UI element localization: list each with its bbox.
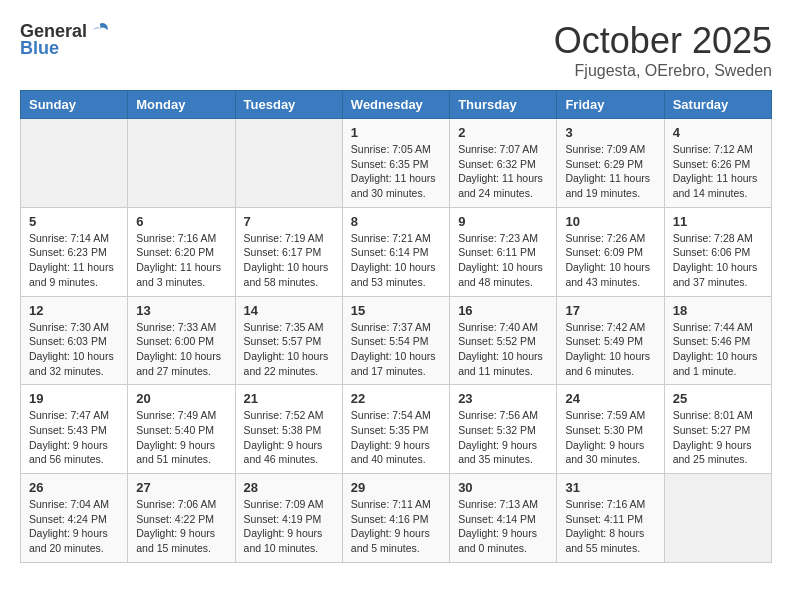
weekday-header: Friday [557, 91, 664, 119]
day-number: 21 [244, 391, 334, 406]
calendar-week-row: 26Sunrise: 7:04 AM Sunset: 4:24 PM Dayli… [21, 474, 772, 563]
day-number: 26 [29, 480, 119, 495]
calendar-day-cell: 6Sunrise: 7:16 AM Sunset: 6:20 PM Daylig… [128, 207, 235, 296]
weekday-header: Sunday [21, 91, 128, 119]
calendar-day-cell: 7Sunrise: 7:19 AM Sunset: 6:17 PM Daylig… [235, 207, 342, 296]
calendar-day-cell: 8Sunrise: 7:21 AM Sunset: 6:14 PM Daylig… [342, 207, 449, 296]
day-number: 17 [565, 303, 655, 318]
day-number: 20 [136, 391, 226, 406]
calendar-header-row: SundayMondayTuesdayWednesdayThursdayFrid… [21, 91, 772, 119]
calendar-day-cell: 12Sunrise: 7:30 AM Sunset: 6:03 PM Dayli… [21, 296, 128, 385]
calendar-day-cell: 10Sunrise: 7:26 AM Sunset: 6:09 PM Dayli… [557, 207, 664, 296]
day-info: Sunrise: 7:40 AM Sunset: 5:52 PM Dayligh… [458, 320, 548, 379]
calendar-day-cell [235, 119, 342, 208]
day-number: 9 [458, 214, 548, 229]
day-info: Sunrise: 7:12 AM Sunset: 6:26 PM Dayligh… [673, 142, 763, 201]
calendar-day-cell: 25Sunrise: 8:01 AM Sunset: 5:27 PM Dayli… [664, 385, 771, 474]
calendar-day-cell: 13Sunrise: 7:33 AM Sunset: 6:00 PM Dayli… [128, 296, 235, 385]
day-number: 29 [351, 480, 441, 495]
calendar-day-cell: 19Sunrise: 7:47 AM Sunset: 5:43 PM Dayli… [21, 385, 128, 474]
calendar-day-cell: 18Sunrise: 7:44 AM Sunset: 5:46 PM Dayli… [664, 296, 771, 385]
day-info: Sunrise: 7:23 AM Sunset: 6:11 PM Dayligh… [458, 231, 548, 290]
calendar-day-cell [21, 119, 128, 208]
day-number: 28 [244, 480, 334, 495]
calendar-week-row: 5Sunrise: 7:14 AM Sunset: 6:23 PM Daylig… [21, 207, 772, 296]
weekday-header: Wednesday [342, 91, 449, 119]
calendar-day-cell: 30Sunrise: 7:13 AM Sunset: 4:14 PM Dayli… [450, 474, 557, 563]
day-info: Sunrise: 7:21 AM Sunset: 6:14 PM Dayligh… [351, 231, 441, 290]
calendar-day-cell: 11Sunrise: 7:28 AM Sunset: 6:06 PM Dayli… [664, 207, 771, 296]
calendar-day-cell: 16Sunrise: 7:40 AM Sunset: 5:52 PM Dayli… [450, 296, 557, 385]
calendar-day-cell: 5Sunrise: 7:14 AM Sunset: 6:23 PM Daylig… [21, 207, 128, 296]
day-number: 24 [565, 391, 655, 406]
day-number: 18 [673, 303, 763, 318]
day-number: 16 [458, 303, 548, 318]
calendar-day-cell: 15Sunrise: 7:37 AM Sunset: 5:54 PM Dayli… [342, 296, 449, 385]
calendar-day-cell: 21Sunrise: 7:52 AM Sunset: 5:38 PM Dayli… [235, 385, 342, 474]
location-title: Fjugesta, OErebro, Sweden [554, 62, 772, 80]
day-number: 31 [565, 480, 655, 495]
calendar-week-row: 12Sunrise: 7:30 AM Sunset: 6:03 PM Dayli… [21, 296, 772, 385]
calendar-table: SundayMondayTuesdayWednesdayThursdayFrid… [20, 90, 772, 563]
calendar-day-cell: 27Sunrise: 7:06 AM Sunset: 4:22 PM Dayli… [128, 474, 235, 563]
logo-bird-icon [89, 20, 111, 42]
calendar-day-cell: 28Sunrise: 7:09 AM Sunset: 4:19 PM Dayli… [235, 474, 342, 563]
day-number: 5 [29, 214, 119, 229]
calendar-day-cell: 14Sunrise: 7:35 AM Sunset: 5:57 PM Dayli… [235, 296, 342, 385]
day-number: 7 [244, 214, 334, 229]
calendar-day-cell: 20Sunrise: 7:49 AM Sunset: 5:40 PM Dayli… [128, 385, 235, 474]
day-info: Sunrise: 7:13 AM Sunset: 4:14 PM Dayligh… [458, 497, 548, 556]
day-info: Sunrise: 7:37 AM Sunset: 5:54 PM Dayligh… [351, 320, 441, 379]
day-info: Sunrise: 7:11 AM Sunset: 4:16 PM Dayligh… [351, 497, 441, 556]
month-title: October 2025 [554, 20, 772, 62]
day-info: Sunrise: 7:26 AM Sunset: 6:09 PM Dayligh… [565, 231, 655, 290]
weekday-header: Tuesday [235, 91, 342, 119]
day-info: Sunrise: 7:09 AM Sunset: 6:29 PM Dayligh… [565, 142, 655, 201]
logo-blue: Blue [20, 38, 59, 59]
day-info: Sunrise: 7:07 AM Sunset: 6:32 PM Dayligh… [458, 142, 548, 201]
logo: General Blue [20, 20, 113, 59]
day-info: Sunrise: 7:33 AM Sunset: 6:00 PM Dayligh… [136, 320, 226, 379]
day-number: 6 [136, 214, 226, 229]
day-info: Sunrise: 7:49 AM Sunset: 5:40 PM Dayligh… [136, 408, 226, 467]
calendar-day-cell: 31Sunrise: 7:16 AM Sunset: 4:11 PM Dayli… [557, 474, 664, 563]
calendar-day-cell: 24Sunrise: 7:59 AM Sunset: 5:30 PM Dayli… [557, 385, 664, 474]
day-info: Sunrise: 7:09 AM Sunset: 4:19 PM Dayligh… [244, 497, 334, 556]
day-info: Sunrise: 7:14 AM Sunset: 6:23 PM Dayligh… [29, 231, 119, 290]
day-number: 10 [565, 214, 655, 229]
day-info: Sunrise: 8:01 AM Sunset: 5:27 PM Dayligh… [673, 408, 763, 467]
calendar-day-cell: 3Sunrise: 7:09 AM Sunset: 6:29 PM Daylig… [557, 119, 664, 208]
page-header: General Blue October 2025 Fjugesta, OEre… [20, 20, 772, 80]
day-number: 1 [351, 125, 441, 140]
calendar-day-cell: 1Sunrise: 7:05 AM Sunset: 6:35 PM Daylig… [342, 119, 449, 208]
day-number: 4 [673, 125, 763, 140]
day-number: 2 [458, 125, 548, 140]
day-info: Sunrise: 7:05 AM Sunset: 6:35 PM Dayligh… [351, 142, 441, 201]
day-info: Sunrise: 7:35 AM Sunset: 5:57 PM Dayligh… [244, 320, 334, 379]
day-info: Sunrise: 7:30 AM Sunset: 6:03 PM Dayligh… [29, 320, 119, 379]
day-info: Sunrise: 7:54 AM Sunset: 5:35 PM Dayligh… [351, 408, 441, 467]
day-number: 30 [458, 480, 548, 495]
calendar-day-cell: 22Sunrise: 7:54 AM Sunset: 5:35 PM Dayli… [342, 385, 449, 474]
day-info: Sunrise: 7:52 AM Sunset: 5:38 PM Dayligh… [244, 408, 334, 467]
day-number: 12 [29, 303, 119, 318]
calendar-day-cell: 17Sunrise: 7:42 AM Sunset: 5:49 PM Dayli… [557, 296, 664, 385]
day-number: 23 [458, 391, 548, 406]
calendar-day-cell: 9Sunrise: 7:23 AM Sunset: 6:11 PM Daylig… [450, 207, 557, 296]
day-number: 8 [351, 214, 441, 229]
day-info: Sunrise: 7:59 AM Sunset: 5:30 PM Dayligh… [565, 408, 655, 467]
calendar-day-cell: 4Sunrise: 7:12 AM Sunset: 6:26 PM Daylig… [664, 119, 771, 208]
day-info: Sunrise: 7:04 AM Sunset: 4:24 PM Dayligh… [29, 497, 119, 556]
day-number: 14 [244, 303, 334, 318]
day-number: 22 [351, 391, 441, 406]
calendar-day-cell: 2Sunrise: 7:07 AM Sunset: 6:32 PM Daylig… [450, 119, 557, 208]
day-number: 19 [29, 391, 119, 406]
calendar-day-cell: 23Sunrise: 7:56 AM Sunset: 5:32 PM Dayli… [450, 385, 557, 474]
day-number: 13 [136, 303, 226, 318]
calendar-day-cell: 29Sunrise: 7:11 AM Sunset: 4:16 PM Dayli… [342, 474, 449, 563]
day-number: 27 [136, 480, 226, 495]
day-number: 25 [673, 391, 763, 406]
day-info: Sunrise: 7:28 AM Sunset: 6:06 PM Dayligh… [673, 231, 763, 290]
day-info: Sunrise: 7:19 AM Sunset: 6:17 PM Dayligh… [244, 231, 334, 290]
weekday-header: Thursday [450, 91, 557, 119]
